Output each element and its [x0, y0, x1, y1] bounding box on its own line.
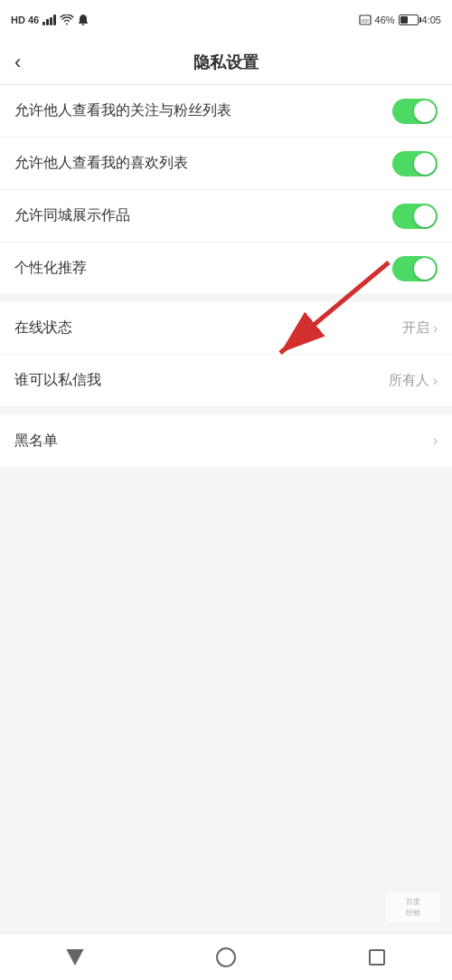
header: ‹ 隐私设置 [0, 40, 452, 85]
toggle-nearby-works[interactable] [392, 204, 438, 229]
home-nav-icon [216, 947, 236, 967]
back-button[interactable]: ‹ [14, 52, 21, 72]
bottom-nav [0, 933, 452, 980]
setting-label-personalized: 个性化推荐 [14, 259, 87, 278]
notification-icon [78, 14, 89, 26]
back-nav-icon [67, 949, 84, 966]
setting-label-nearby-works: 允许同城展示作品 [14, 206, 130, 225]
sim-icon: IO! [359, 14, 372, 25]
setting-control-follow-fans [392, 99, 438, 124]
setting-item-personalized[interactable]: 个性化推荐 [0, 243, 452, 295]
settings-list: 允许他人查看我的关注与粉丝列表 允许他人查看我的喜欢列表 允许同城展示作品 个性… [0, 85, 452, 467]
setting-control-private-message: 所有人 › [389, 372, 438, 389]
watermark: 百度 经验 [381, 893, 445, 926]
setting-value-private-message: 所有人 [389, 372, 429, 389]
battery-percent: 46% [375, 14, 395, 25]
nav-recents-button[interactable] [350, 939, 404, 975]
setting-label-follow-fans: 允许他人查看我的关注与粉丝列表 [14, 101, 231, 120]
setting-control-online-status: 开启 › [402, 319, 438, 337]
setting-label-blacklist: 黑名单 [14, 432, 58, 451]
recents-nav-icon [369, 949, 385, 966]
svg-text:百度: 百度 [406, 898, 420, 906]
toggle-personalized[interactable] [392, 256, 438, 281]
setting-control-likes-list [392, 151, 438, 176]
setting-value-online-status: 开启 [402, 319, 429, 337]
toggle-follow-fans[interactable] [392, 99, 438, 124]
status-left: HD 46 [11, 14, 89, 26]
signal-icon [42, 14, 56, 25]
status-bar: HD 46 IO! 46% 4:05 [0, 0, 452, 40]
setting-item-likes-list[interactable]: 允许他人查看我的喜欢列表 [0, 138, 452, 190]
wifi-icon [60, 14, 74, 25]
setting-control-nearby-works [392, 204, 438, 229]
nav-home-button[interactable] [199, 939, 253, 975]
setting-label-private-message: 谁可以私信我 [14, 371, 101, 390]
setting-label-online-status: 在线状态 [14, 319, 72, 338]
setting-item-blacklist[interactable]: 黑名单 › [0, 414, 452, 467]
setting-label-likes-list: 允许他人查看我的喜欢列表 [14, 154, 188, 173]
svg-text:IO!: IO! [362, 18, 369, 24]
chevron-blacklist: › [433, 433, 438, 449]
separator-1 [0, 295, 452, 302]
setting-item-private-message[interactable]: 谁可以私信我 所有人 › [0, 355, 452, 407]
toggle-likes-list[interactable] [392, 151, 438, 176]
page-title: 隐私设置 [193, 52, 259, 73]
status-right: IO! 46% 4:05 [359, 14, 441, 25]
chevron-private-message: › [433, 373, 438, 389]
chevron-online-status: › [433, 320, 438, 337]
svg-text:经验: 经验 [406, 909, 420, 917]
carrier-text: HD 46 [11, 14, 39, 25]
separator-2 [0, 407, 452, 414]
battery-icon [399, 14, 419, 25]
setting-control-blacklist: › [429, 433, 438, 449]
setting-item-follow-fans[interactable]: 允许他人查看我的关注与粉丝列表 [0, 85, 452, 138]
setting-control-personalized [392, 256, 438, 281]
time: 4:05 [422, 14, 441, 25]
setting-item-nearby-works[interactable]: 允许同城展示作品 [0, 190, 452, 243]
nav-back-button[interactable] [48, 939, 102, 975]
setting-item-online-status[interactable]: 在线状态 开启 › [0, 302, 452, 355]
